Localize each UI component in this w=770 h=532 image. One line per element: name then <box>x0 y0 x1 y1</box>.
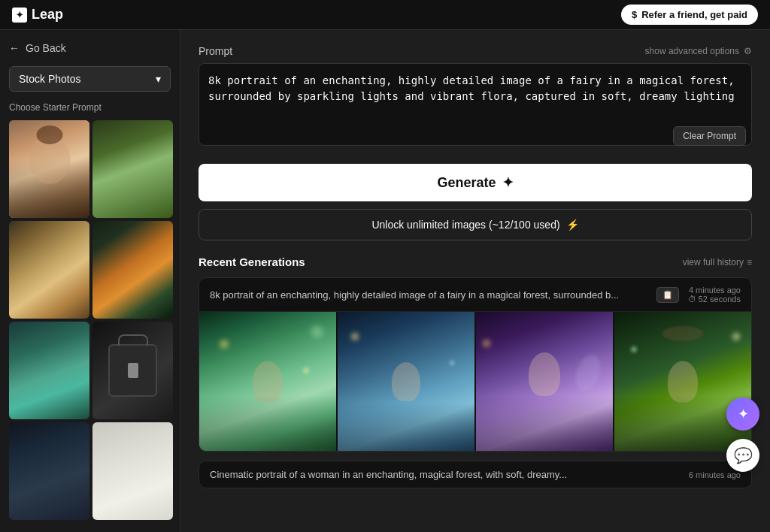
top-navigation: ✦ Leap $ Refer a friend, get paid <box>0 0 770 30</box>
gen-2nd-prompt-text: Cinematic portrait of a woman in an ench… <box>210 469 680 480</box>
sparkle-floating-button[interactable]: ✦ <box>726 397 759 431</box>
arrow-left-icon: ← <box>9 42 20 54</box>
unlock-button[interactable]: Unlock unlimited images (~12/100 used) ⚡ <box>199 209 752 240</box>
gen-meta-1: 4 minutes ago ⏱ 52 seconds <box>688 286 741 304</box>
advanced-options-link[interactable]: show advanced options ⚙ <box>645 46 752 56</box>
bolt-icon: ⚡ <box>566 219 579 231</box>
logo-icon: ✦ <box>12 8 27 23</box>
starter-image-woman-1[interactable] <box>9 120 89 218</box>
gen-images-1 <box>199 312 751 451</box>
gen-timestamp-1: 4 minutes ago <box>689 286 741 295</box>
generation-card-1: 8k portrait of an enchanting, highly det… <box>199 277 752 452</box>
starter-image-tiger[interactable] <box>92 221 173 319</box>
gen-image-1-1[interactable] <box>199 312 336 451</box>
prompt-actions: Clear Prompt <box>199 126 752 152</box>
gen-card-header-1: 8k portrait of an enchanting, highly det… <box>199 278 751 312</box>
starter-image-kitchen[interactable] <box>92 422 173 520</box>
starter-image-woman-2[interactable] <box>92 120 173 218</box>
gen-duration-1: ⏱ 52 seconds <box>688 295 741 304</box>
gen-2nd-timestamp: 6 minutes ago <box>689 470 741 479</box>
dollar-icon: $ <box>632 9 637 20</box>
sidebar: ← Go Back Stock Photos ▾ Choose Starter … <box>0 30 180 532</box>
recent-generations-section: Recent Generations view full history ≡ 8… <box>199 255 752 517</box>
app-logo: ✦ Leap <box>12 7 63 23</box>
prompt-label: Prompt <box>199 45 232 57</box>
generate-label: Generate <box>437 175 496 191</box>
generate-button[interactable]: Generate ✦ <box>199 164 752 201</box>
recent-header: Recent Generations view full history ≡ <box>199 255 752 268</box>
refer-button[interactable]: $ Refer a friend, get paid <box>621 5 758 25</box>
recent-title: Recent Generations <box>199 255 305 268</box>
app-name: Leap <box>32 7 63 23</box>
advanced-options-label: show advanced options <box>645 46 739 56</box>
gen-copy-button-1[interactable]: 📋 <box>656 287 679 303</box>
main-layout: ← Go Back Stock Photos ▾ Choose Starter … <box>0 30 770 532</box>
chat-floating-button[interactable]: 💬 <box>726 439 759 472</box>
generation-card-2: Cinematic portrait of a woman in an ench… <box>199 461 752 488</box>
gen-2nd-meta: 6 minutes ago <box>689 470 741 479</box>
starter-image-woman-3[interactable] <box>9 322 89 419</box>
view-history-label: view full history <box>683 257 744 268</box>
category-dropdown[interactable]: Stock Photos ▾ <box>9 66 171 92</box>
starter-grid <box>9 120 171 520</box>
dropdown-value: Stock Photos <box>19 73 81 85</box>
unlock-label: Unlock unlimited images (~12/100 used) <box>371 219 559 231</box>
starter-image-bag[interactable] <box>92 322 173 419</box>
generate-icon: ✦ <box>502 174 514 191</box>
chat-icon: 💬 <box>734 446 753 464</box>
prompt-header: Prompt show advanced options ⚙ <box>199 45 752 57</box>
gen-image-1-4[interactable] <box>614 312 751 451</box>
chevron-down-icon: ▾ <box>156 73 161 85</box>
gen-prompt-text-1: 8k portrait of an enchanting, highly det… <box>210 289 650 301</box>
list-icon: ≡ <box>747 257 752 268</box>
gen-image-1-2[interactable] <box>338 312 474 451</box>
refer-label: Refer a friend, get paid <box>641 9 747 20</box>
view-history-link[interactable]: view full history ≡ <box>683 257 752 268</box>
clear-prompt-button[interactable]: Clear Prompt <box>673 126 746 146</box>
go-back-label: Go Back <box>26 42 66 54</box>
choose-starter-label: Choose Starter Prompt <box>9 102 171 113</box>
gear-icon: ⚙ <box>744 46 752 56</box>
sparkle-icon: ✦ <box>738 406 749 422</box>
prompt-section: Prompt show advanced options ⚙ Clear Pro… <box>199 45 752 152</box>
starter-image-man[interactable] <box>9 422 89 520</box>
gen-image-1-3[interactable] <box>476 312 613 451</box>
content-area: Prompt show advanced options ⚙ Clear Pro… <box>180 30 770 532</box>
go-back-link[interactable]: ← Go Back <box>9 39 171 57</box>
starter-image-lion[interactable] <box>9 221 89 319</box>
